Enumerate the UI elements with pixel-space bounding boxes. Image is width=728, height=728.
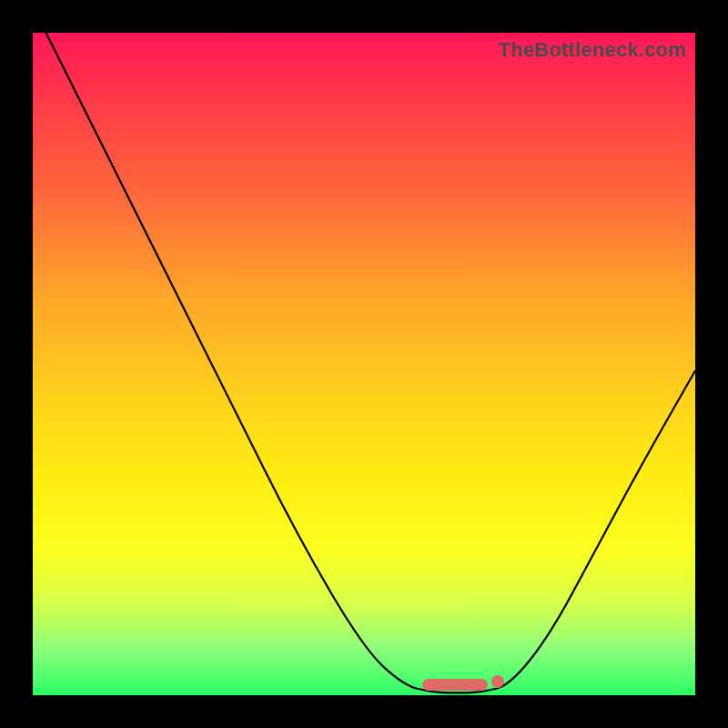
bottleneck-curve	[33, 33, 695, 695]
curve-path	[46, 33, 695, 693]
plot-area: TheBottleneck.com	[33, 33, 695, 695]
minimum-marker-dot	[491, 675, 504, 688]
chart-frame: TheBottleneck.com	[0, 0, 728, 728]
minimum-marker-bar	[422, 679, 488, 691]
